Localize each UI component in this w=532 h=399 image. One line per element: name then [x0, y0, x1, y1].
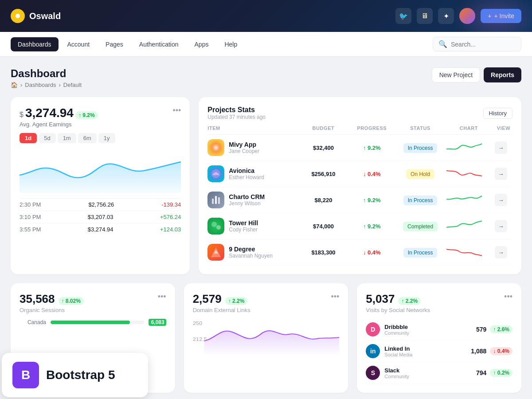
progress-charto: ↑ 9.2% — [349, 197, 394, 203]
budget-charto: $8,220 — [301, 197, 346, 203]
budget-mivy: $32,400 — [301, 145, 346, 151]
project-icon-tower — [207, 218, 224, 235]
slack-name: Slack — [384, 367, 409, 374]
organic-sessions-card: 35,568 ↑ 8.02% Organic Sessions ••• Cana… — [11, 283, 175, 393]
status-tower: Completed — [403, 222, 438, 231]
project-icon-charto — [207, 192, 224, 208]
domain-chart: 250 212.5 — [193, 319, 340, 354]
social-label: Visits by Social Networks — [366, 307, 430, 313]
bottom-row: 35,568 ↑ 8.02% Organic Sessions ••• Cana… — [11, 283, 521, 393]
col-item: ITEM — [207, 125, 297, 131]
progress-tower: ↑ 9.2% — [349, 223, 394, 230]
sparkline-avionica — [446, 166, 491, 181]
domain-links-card: 2,579 ↑ 2.2% Domain External Links ••• — [184, 283, 348, 393]
bar-fill-canada — [51, 321, 130, 324]
avatar[interactable] — [459, 8, 475, 24]
home-icon: 🏠 — [11, 82, 18, 88]
organic-more-btn[interactable]: ••• — [158, 292, 166, 301]
budget-9degree: $183,300 — [301, 249, 346, 256]
project-name: Mivy App — [229, 141, 259, 148]
svg-rect-7 — [215, 196, 217, 204]
svg-point-10 — [211, 222, 217, 227]
menu-pages[interactable]: Pages — [98, 37, 130, 51]
menu-authentication[interactable]: Authentication — [132, 37, 186, 51]
linkedin-type: Social Media — [384, 352, 412, 357]
geo-bars: Canada 6,083 — [20, 319, 166, 326]
page-title: Dashboard — [11, 67, 82, 80]
svg-point-2 — [214, 146, 218, 149]
social-item-linkedin: in Linked In Social Media 1,088 ↓ 0.4% — [366, 340, 512, 362]
earnings-card: $ 3,274.94 ↑ 9.2% Avg. Agent Earnings ••… — [11, 97, 190, 274]
project-sub: Esther Howard — [229, 174, 264, 180]
linkedin-count: 1,088 — [471, 348, 486, 355]
top-cards: $ 3,274.94 ↑ 9.2% Avg. Agent Earnings ••… — [11, 97, 521, 274]
nav-right: 🐦 🖥 ✦ + + Invite — [395, 8, 521, 24]
menu-bar: Dashboards Account Pages Authentication … — [0, 32, 532, 57]
domain-badge: ↑ 2.2% — [225, 297, 248, 305]
time-row-1: 2:30 PM $2,756.26 -139.34 — [20, 198, 181, 211]
project-sub: Jenny Wilson — [229, 200, 265, 207]
history-button[interactable]: History — [483, 108, 512, 119]
sparkline-tower — [446, 219, 491, 234]
period-1y[interactable]: 1y — [98, 133, 115, 143]
new-project-button[interactable]: New Project — [432, 67, 480, 82]
col-budget: BUDGET — [301, 125, 346, 131]
breadcrumb-dashboards[interactable]: Dashboards — [25, 82, 56, 88]
view-btn-tower[interactable]: → — [495, 220, 507, 232]
project-sub: Savannah Nguyen — [229, 253, 273, 259]
brand-icon — [11, 9, 25, 23]
earnings-currency: $ — [20, 111, 23, 119]
view-btn-9degree[interactable]: → — [495, 246, 507, 258]
bootstrap-text: Bootstrap 5 — [46, 368, 115, 382]
table-row: Avionica Esther Howard $256,910 ↓ 0.4% O… — [207, 161, 512, 187]
social-more-btn[interactable]: ••• — [504, 292, 512, 301]
project-name: Avionica — [229, 167, 264, 174]
domain-more-btn[interactable]: ••• — [331, 292, 339, 301]
table-row: Tower Hill Cody Fisher $74,000 ↑ 9.2% Co… — [207, 213, 512, 239]
menu-apps[interactable]: Apps — [188, 37, 216, 51]
view-btn-charto[interactable]: → — [495, 194, 507, 206]
view-btn-mivy[interactable]: → — [495, 141, 507, 154]
bird-icon-btn[interactable]: 🐦 — [395, 8, 411, 24]
table-header: ITEM BUDGET PROGRESS STATUS CHART VIEW — [207, 122, 512, 135]
period-tabs: 1d 5d 1m 6m 1y — [20, 133, 181, 143]
reports-button[interactable]: Reports — [484, 67, 521, 82]
domain-links-label: Domain External Links — [193, 307, 250, 313]
status-avionica: On Hold — [406, 169, 434, 179]
period-1m[interactable]: 1m — [58, 133, 76, 143]
status-mivy: In Process — [403, 143, 438, 153]
earnings-more-btn[interactable]: ••• — [172, 106, 181, 115]
search-input[interactable] — [451, 41, 516, 48]
svg-point-11 — [216, 225, 221, 230]
menu-account[interactable]: Account — [60, 37, 97, 51]
project-icon-mivy — [207, 139, 224, 156]
social-networks-card: 5,037 ↑ 2.2% Visits by Social Networks •… — [357, 283, 521, 393]
bootstrap-overlay: B Bootstrap 5 — [2, 353, 148, 397]
svg-rect-6 — [212, 199, 214, 204]
project-name: Tower Hill — [229, 219, 258, 227]
dribbble-name: Dribbble — [384, 324, 409, 330]
projects-updated: Updated 37 minutes ago — [207, 114, 266, 120]
table-row: Charto CRM Jenny Wilson $8,220 ↑ 9.2% In… — [207, 187, 512, 213]
share-icon-btn[interactable]: ✦ — [438, 8, 454, 24]
monitor-icon-btn[interactable]: 🖥 — [417, 8, 433, 24]
period-5d[interactable]: 5d — [39, 133, 55, 143]
linkedin-name: Linked In — [384, 345, 412, 352]
organic-sessions-label: Organic Sessions — [20, 307, 84, 313]
project-name: 9 Degree — [229, 246, 273, 253]
organic-sessions-value: 35,568 ↑ 8.02% — [20, 292, 84, 306]
dribbble-type: Community — [384, 330, 409, 336]
project-info-mivy: Mivy App Jane Cooper — [207, 139, 297, 156]
progress-avionica: ↓ 0.4% — [349, 171, 394, 177]
projects-title: Projects Stats — [207, 106, 266, 114]
search-bar[interactable]: 🔍 — [433, 37, 521, 51]
organic-badge: ↑ 8.02% — [59, 297, 84, 305]
invite-button[interactable]: + + Invite — [481, 9, 521, 23]
view-btn-avionica[interactable]: → — [495, 168, 507, 180]
period-1d[interactable]: 1d — [20, 133, 37, 143]
period-6m[interactable]: 6m — [78, 133, 97, 143]
menu-help[interactable]: Help — [217, 37, 244, 51]
dribbble-icon: D — [366, 322, 380, 336]
menu-dashboards[interactable]: Dashboards — [11, 37, 59, 51]
project-info-tower: Tower Hill Cody Fisher — [207, 218, 297, 235]
